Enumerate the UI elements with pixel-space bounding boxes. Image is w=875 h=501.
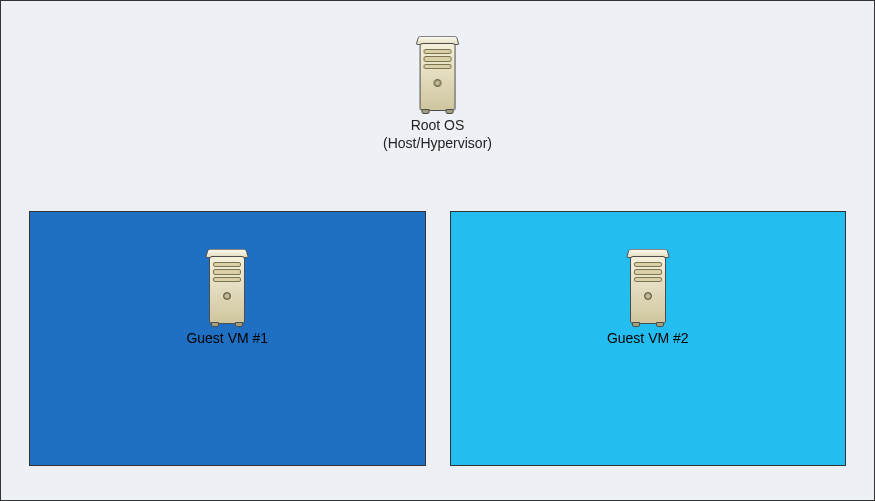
guest-vm-1-label: Guest VM #1 [186, 330, 268, 346]
guest-vm-row: Guest VM #1 Guest VM #2 [29, 211, 846, 466]
guest-vm-1-box: Guest VM #1 [29, 211, 426, 466]
server-tower-icon [412, 31, 464, 111]
root-os-label-line1: Root OS [411, 117, 465, 133]
server-tower-icon [201, 244, 253, 324]
guest-vm-2-label: Guest VM #2 [607, 330, 689, 346]
guest-vm-2-box: Guest VM #2 [450, 211, 847, 466]
root-os-section: Root OS (Host/Hypervisor) [383, 31, 492, 152]
root-os-label: Root OS (Host/Hypervisor) [383, 117, 492, 152]
root-os-label-line2: (Host/Hypervisor) [383, 135, 492, 151]
server-tower-icon [622, 244, 674, 324]
